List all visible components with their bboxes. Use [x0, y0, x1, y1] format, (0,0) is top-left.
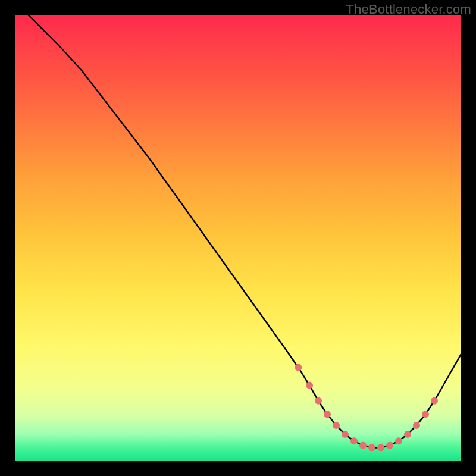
data-point	[333, 422, 340, 429]
data-point	[315, 397, 322, 405]
data-point	[422, 411, 429, 418]
chart-frame: TheBottlenecker.com	[0, 0, 476, 476]
data-points-group	[295, 364, 438, 452]
data-point	[404, 431, 411, 438]
bottleneck-curve	[29, 15, 462, 448]
data-point	[350, 437, 358, 444]
data-point	[306, 382, 313, 389]
chart-svg	[15, 15, 461, 461]
watermark-label: TheBottlenecker.com	[346, 2, 471, 17]
data-point	[377, 444, 384, 452]
data-point	[395, 437, 402, 444]
data-point	[368, 444, 375, 452]
data-point	[359, 442, 367, 449]
data-point	[295, 364, 302, 371]
data-point	[413, 422, 420, 429]
data-point	[386, 442, 393, 449]
data-point	[342, 431, 349, 438]
data-point	[324, 411, 331, 418]
data-point	[431, 397, 438, 405]
plot-area	[15, 15, 461, 461]
